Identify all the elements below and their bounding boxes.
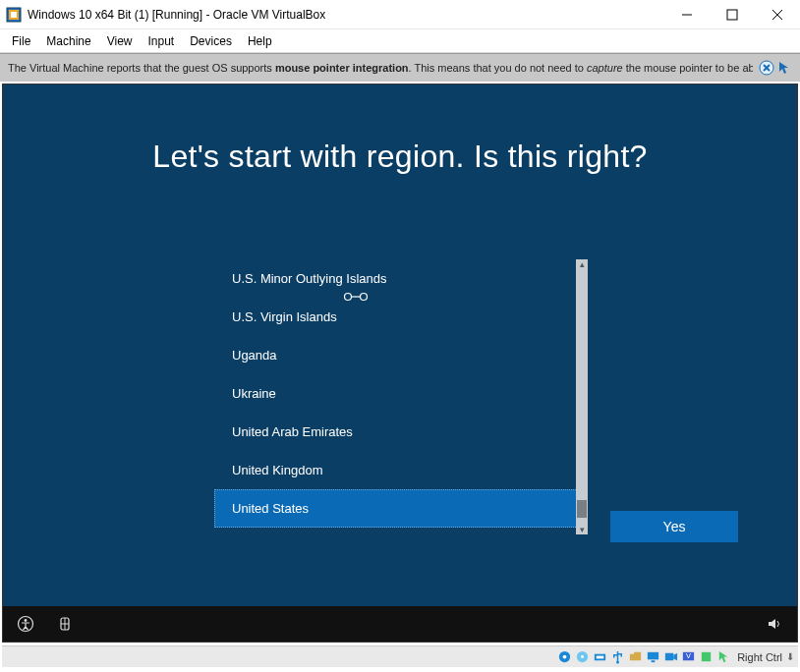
menubar: File Machine View Input Devices Help (0, 29, 800, 53)
vbox-statusbar: V Right Ctrl ⬇ (2, 645, 798, 667)
region-scrollbar[interactable]: ▴ ▾ (576, 259, 588, 534)
status-audio-icon: V (680, 649, 696, 665)
ime-icon[interactable] (56, 615, 74, 633)
loading-spinner-icon (341, 288, 371, 298)
accessibility-icon[interactable] (17, 615, 34, 633)
status-usb-icon (609, 649, 625, 665)
infobar-dismiss-button[interactable] (759, 60, 774, 76)
window-titlebar: Windows 10 x64 Bit (1) [Running] - Oracl… (0, 0, 800, 29)
menu-view[interactable]: View (99, 32, 141, 50)
region-item[interactable]: Uganda (214, 336, 588, 374)
svg-rect-4 (727, 10, 737, 20)
menu-help[interactable]: Help (240, 32, 280, 50)
guest-viewport: Let's start with region. Is this right? … (2, 84, 798, 643)
svg-text:V: V (686, 651, 691, 660)
region-item[interactable]: Ukraine (214, 374, 588, 413)
status-recording-icon (662, 649, 678, 665)
region-item[interactable]: U.S. Virgin Islands (214, 298, 588, 336)
infobar-mouse-icon (776, 60, 792, 76)
region-item[interactable]: U.S. Minor Outlying Islands (214, 259, 588, 298)
region-item[interactable]: United Arab Emirates (214, 413, 588, 451)
scrollbar-thumb[interactable] (577, 500, 587, 518)
window-minimize-button[interactable] (664, 0, 710, 28)
scrollbar-down-arrow[interactable]: ▾ (576, 525, 588, 534)
svg-point-14 (25, 619, 28, 622)
svg-point-12 (361, 294, 368, 301)
status-disk-icon (556, 649, 572, 665)
region-item[interactable]: United States (214, 489, 588, 528)
status-mouse-icon (715, 649, 731, 665)
svg-point-19 (562, 655, 566, 659)
oobe-screen: Let's start with region. Is this right? … (3, 84, 797, 606)
menu-file[interactable]: File (4, 32, 38, 50)
yes-button[interactable]: Yes (610, 511, 738, 542)
svg-point-24 (616, 661, 619, 664)
window-close-button[interactable] (755, 0, 800, 28)
oobe-bottombar (3, 606, 797, 642)
status-display-icon (645, 649, 660, 665)
integration-infobar-text: The Virtual Machine reports that the gue… (8, 62, 753, 74)
status-network-icon (592, 649, 607, 665)
menu-devices[interactable]: Devices (182, 32, 240, 50)
svg-rect-25 (648, 652, 658, 660)
host-key-label: Right Ctrl (735, 651, 784, 663)
menu-machine[interactable]: Machine (38, 32, 98, 50)
volume-icon[interactable] (766, 615, 783, 633)
window-maximize-button[interactable] (710, 0, 755, 28)
status-cpu-icon (698, 649, 714, 665)
svg-rect-2 (11, 12, 17, 18)
svg-rect-30 (701, 652, 710, 661)
region-item[interactable]: United Kingdom (214, 451, 588, 489)
svg-point-10 (345, 294, 352, 301)
status-shared-folder-icon (627, 649, 643, 665)
region-listbox[interactable]: U.S. Minor Outlying IslandsU.S. Virgin I… (214, 259, 588, 534)
svg-point-21 (581, 655, 584, 658)
svg-rect-23 (596, 656, 603, 659)
window-title: Windows 10 x64 Bit (1) [Running] - Oracl… (28, 8, 664, 22)
svg-rect-26 (651, 660, 655, 662)
status-optical-icon (574, 649, 590, 665)
oobe-heading: Let's start with region. Is this right? (3, 139, 797, 175)
menu-input[interactable]: Input (141, 32, 183, 50)
virtualbox-icon (6, 7, 22, 23)
integration-infobar: The Virtual Machine reports that the gue… (0, 53, 800, 83)
host-key-arrow-icon: ⬇ (786, 651, 794, 662)
scrollbar-up-arrow[interactable]: ▴ (576, 259, 588, 269)
svg-rect-27 (665, 653, 673, 661)
